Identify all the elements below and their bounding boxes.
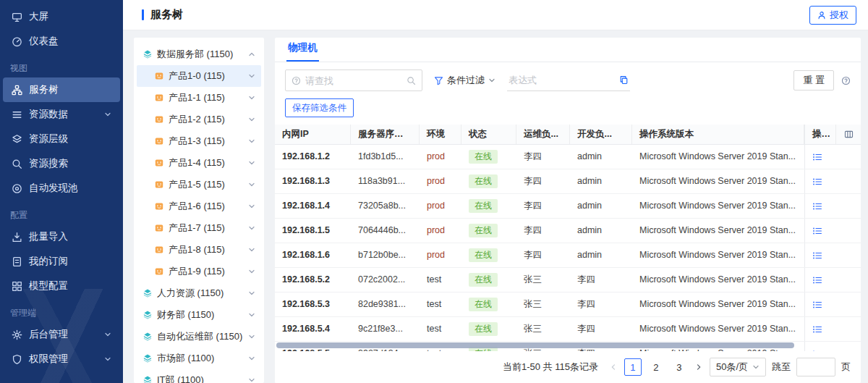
search-input[interactable]	[305, 75, 402, 86]
cell-spacer	[836, 194, 861, 218]
table-row[interactable]: 192.168.1.4 73205a8b... prod 在线 李四 admin…	[275, 194, 861, 219]
sidebar-item-auto-discovery-pool[interactable]: 自动发现池	[3, 176, 120, 201]
tree-node[interactable]: 产品1-3 (115)	[137, 130, 261, 152]
cell-dev-owner: admin	[570, 169, 632, 193]
tab-physical-machine[interactable]: 物理机	[286, 41, 319, 62]
table-row[interactable]: 192.168.1.6 b712b0be... prod 在线 李四 admin…	[275, 243, 861, 268]
cell-serial: 9c21f8e3...	[351, 317, 420, 341]
next-page-button[interactable]	[694, 363, 704, 371]
tree-node[interactable]: 产品1-6 (115)	[137, 195, 261, 217]
tree-node[interactable]: IT部 (1100)	[137, 369, 261, 383]
condition-filter-label: 条件过滤	[447, 74, 485, 87]
tree-node-label: 产品1-0 (115)	[169, 70, 225, 83]
page-number-button[interactable]: 2	[647, 358, 665, 376]
sidebar-item-my-subscriptions[interactable]: 我的订阅	[3, 249, 120, 274]
table-row[interactable]: 192.168.5.2 072c2002... test 在线 张三 李四 Mi…	[275, 268, 861, 292]
sidebar-item-dashboard[interactable]: 仪表盘	[3, 29, 120, 54]
sidebar-item-resource-data[interactable]: 资源数据	[3, 102, 120, 127]
tree-node[interactable]: 产品1-7 (115)	[137, 217, 261, 239]
cell-spacer	[836, 169, 861, 193]
sidebar-item-big-screen[interactable]: 大屏	[3, 4, 120, 29]
row-actions-icon[interactable]	[812, 177, 822, 187]
table-row[interactable]: 192.168.1.2 1fd3b1d5... prod 在线 李四 admin…	[275, 145, 861, 169]
sidebar-item-permission-admin[interactable]: 权限管理	[3, 347, 120, 371]
sidebar-item-resource-search[interactable]: 资源搜索	[3, 151, 120, 176]
tree-node-label: 财务部 (1150)	[157, 308, 214, 321]
tree-node[interactable]: 产品1-8 (115)	[137, 239, 261, 261]
horizontal-scrollbar-thumb[interactable]	[276, 342, 794, 348]
tree-node[interactable]: 产品1-5 (115)	[137, 174, 261, 195]
tree-node-selected[interactable]: 产品1-0 (115)	[137, 65, 261, 87]
page-size-select[interactable]: 50条/页	[710, 358, 766, 376]
sidebar-item-batch-import[interactable]: 批量导入	[3, 224, 120, 249]
tree-node[interactable]: 产品1-4 (115)	[137, 152, 261, 174]
table-row[interactable]: 192.168.5.4 9c21f8e3... test 在线 张三 李四 Mi…	[275, 317, 861, 342]
save-filter-button[interactable]: 保存筛选条件	[285, 98, 354, 117]
pagination-summary: 当前1-50 共 115条记录	[503, 361, 598, 374]
sidebar-item-label: 仪表盘	[29, 35, 59, 48]
status-badge: 在线	[469, 224, 498, 237]
cell-os-version: Microsoft Windows Server 2019 Stan...	[632, 219, 804, 243]
row-actions-icon[interactable]	[812, 251, 822, 261]
table-row[interactable]: 192.168.1.5 7064446b... prod 在线 李四 admin…	[275, 219, 861, 243]
tree-node-label: 产品1-9 (115)	[169, 265, 225, 278]
tree-node-label: 数据服务部 (1150)	[157, 48, 233, 61]
cell-dev-owner: admin	[570, 145, 632, 169]
sidebar-nav: 大屏 仪表盘 视图 服务树 资源数据 资源层级 资源搜索 自动发现池 配置 批量…	[0, 4, 123, 371]
sidebar-item-label: 资源搜索	[29, 157, 68, 170]
row-actions-icon[interactable]	[812, 152, 822, 162]
tree-node[interactable]: 产品1-9 (115)	[137, 261, 261, 282]
cell-intranet-ip: 192.168.1.2	[275, 145, 351, 169]
tree-node[interactable]: 自动化运维部 (1150)	[137, 326, 261, 348]
cell-intranet-ip: 192.168.1.4	[275, 194, 351, 218]
row-actions-icon[interactable]	[812, 201, 822, 211]
row-actions-icon[interactable]	[812, 324, 822, 334]
condition-filter-dropdown[interactable]: 条件过滤	[434, 74, 495, 87]
expression-input[interactable]	[509, 75, 615, 85]
tree-node[interactable]: 产品1-1 (115)	[137, 87, 261, 109]
pagination-bar: 当前1-50 共 115条记录 123 50条/页 跳至 页	[275, 351, 861, 383]
prev-page-button[interactable]	[608, 363, 618, 371]
row-actions-icon[interactable]	[812, 275, 822, 285]
sidebar-item-backend-admin[interactable]: 后台管理	[3, 322, 120, 347]
tree-node[interactable]: 市场部 (1100)	[137, 348, 261, 369]
page-number-button-current[interactable]: 1	[624, 358, 642, 376]
copy-icon[interactable]	[619, 75, 629, 85]
cell-intranet-ip: 192.168.1.3	[275, 169, 351, 193]
cell-ops-owner: 李四	[516, 194, 570, 218]
search-icon[interactable]	[407, 76, 416, 85]
page-number-button[interactable]: 3	[671, 358, 688, 376]
cell-actions	[804, 317, 836, 341]
column-header-status: 状态	[461, 125, 516, 144]
sidebar-item-resource-hierarchy[interactable]: 资源层级	[3, 127, 120, 151]
tree-node[interactable]: 人力资源 (1150)	[137, 282, 261, 304]
column-header-dev-owner: 开发负...	[570, 125, 632, 144]
table-row[interactable]: 192.168.1.3 118a3b91... prod 在线 李四 admin…	[275, 169, 861, 194]
authorize-button[interactable]: 授权	[809, 6, 856, 25]
sidebar-item-service-tree[interactable]: 服务树	[3, 77, 120, 102]
sidebar: 大屏 仪表盘 视图 服务树 资源数据 资源层级 资源搜索 自动发现池 配置 批量…	[0, 0, 123, 383]
reset-button[interactable]: 重 置	[793, 70, 834, 91]
tree-node[interactable]: 数据服务部 (1150)	[137, 43, 261, 65]
help-icon[interactable]	[841, 76, 851, 85]
tree-node[interactable]: 产品1-2 (115)	[137, 109, 261, 130]
cell-intranet-ip: 192.168.5.2	[275, 268, 351, 292]
column-header-serial: 服务器序列号	[351, 125, 420, 144]
service-tree-panel: 数据服务部 (1150) 产品1-0 (115) 产品1-1 (115) 产品1…	[134, 38, 264, 383]
sidebar-item-label: 自动发现池	[29, 182, 78, 195]
tree-node[interactable]: 财务部 (1150)	[137, 304, 261, 326]
cell-env: prod	[420, 169, 461, 193]
column-settings-icon[interactable]	[844, 130, 854, 139]
row-actions-icon[interactable]	[812, 300, 822, 310]
search-box	[285, 70, 422, 91]
cell-env: test	[420, 292, 461, 316]
status-badge: 在线	[469, 174, 498, 188]
jump-page-input[interactable]	[796, 358, 835, 376]
page-header: 服务树 授权	[123, 0, 868, 30]
table-row[interactable]: 192.168.5.3 82de9381... test 在线 张三 李四 Mi…	[275, 292, 861, 317]
sidebar-item-model-config[interactable]: 模型配置	[3, 274, 120, 298]
cell-os-version: Microsoft Windows Server 2019 Stan...	[632, 243, 804, 267]
row-actions-icon[interactable]	[812, 226, 822, 236]
chevron-down-icon	[248, 376, 255, 383]
import-icon	[12, 232, 22, 243]
